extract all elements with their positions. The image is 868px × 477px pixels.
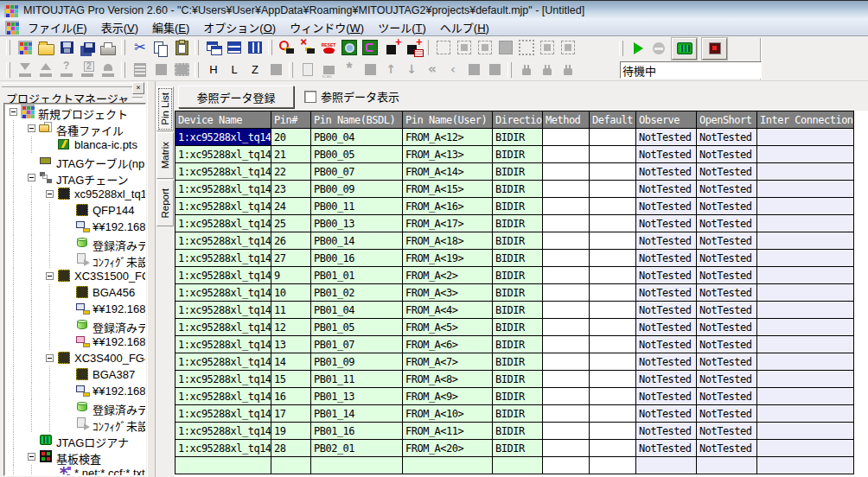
table-cell[interactable]: NotTested (636, 440, 697, 457)
tree-item-label[interactable]: XC3S400_FG456 (74, 352, 146, 365)
menu-option[interactable]: オプション(O) (196, 18, 283, 36)
add-device-button[interactable] (380, 38, 401, 57)
table-cell[interactable]: NotTested (697, 319, 757, 336)
table-cell[interactable]: 23 (271, 181, 311, 198)
select-inner-button[interactable] (454, 38, 475, 57)
table-cell[interactable] (543, 405, 590, 423)
table-cell[interactable]: PB01_13 (311, 388, 403, 405)
table-cell[interactable]: BIDIR (493, 319, 543, 336)
table-cell[interactable] (543, 215, 590, 232)
table-cell[interactable] (757, 284, 854, 302)
table-cell[interactable] (757, 371, 854, 388)
table-cell[interactable] (590, 371, 636, 388)
table-cell[interactable]: NotTested (697, 163, 757, 181)
table-cell[interactable] (543, 146, 590, 163)
select-inner2-button[interactable] (475, 38, 495, 57)
table-cell[interactable]: FROM_A<16> (403, 198, 493, 215)
tree-item[interactable]: 登録済みデバ (4, 317, 145, 334)
tree-item[interactable]: ¥¥192.168.2.1 (4, 334, 145, 350)
mdi-child-icon[interactable] (5, 21, 19, 35)
table-cell[interactable]: 1:xc95288xl_tq144 (176, 388, 271, 405)
table-cell[interactable] (543, 129, 590, 146)
tree-item[interactable]: 基板検査 (4, 448, 145, 465)
table-cell[interactable]: 26 (271, 232, 311, 250)
reference-display-checkbox[interactable] (304, 91, 316, 103)
table-cell[interactable] (543, 457, 590, 474)
table-cell[interactable] (590, 302, 636, 319)
table-cell[interactable]: NotTested (697, 232, 757, 250)
tree-item-label[interactable]: QFP144 (93, 204, 134, 217)
table-cell[interactable] (757, 336, 854, 353)
tree-item-label[interactable]: XC3S1500_FG456 (74, 270, 146, 283)
table-cell[interactable]: FROM_A<10> (403, 405, 493, 423)
table-cell[interactable] (590, 405, 636, 423)
tree-item[interactable]: ¥¥192.168.2.1 (4, 383, 145, 399)
table-cell[interactable]: 1:xc95288xl_tq144 (176, 250, 271, 267)
table-cell[interactable] (757, 250, 854, 267)
cascade-button[interactable] (203, 38, 224, 57)
table-cell[interactable]: 10 (271, 284, 311, 302)
detect-chain-button[interactable] (339, 38, 360, 57)
table-cell[interactable]: 15 (271, 371, 311, 388)
table-cell[interactable]: PB00_04 (311, 129, 403, 146)
table-cell[interactable]: PB00_13 (311, 215, 403, 232)
table-cell[interactable] (757, 405, 854, 423)
table-cell[interactable]: PB00_11 (311, 198, 403, 215)
menu-edit[interactable]: 編集(E) (145, 18, 196, 36)
table-cell[interactable]: BIDIR (493, 440, 543, 457)
table-cell[interactable]: PB01_02 (311, 284, 403, 302)
table-cell[interactable]: BIDIR (493, 250, 543, 267)
table-cell[interactable]: PB00_05 (311, 146, 403, 163)
table-cell[interactable]: PB01_09 (311, 353, 403, 371)
menu-window[interactable]: ウィンドウ(W) (283, 18, 371, 36)
table-cell[interactable] (543, 319, 590, 336)
table-cell[interactable] (757, 440, 854, 457)
table-cell[interactable]: 1:xc95288xl_tq144 (176, 232, 271, 250)
table-cell[interactable]: 1:xc95288xl_tq144 (176, 267, 271, 284)
tree-item[interactable]: JTAGチェーン (4, 169, 145, 186)
tree-item-label[interactable]: xc95288xl_tq144 (74, 188, 146, 200)
table-cell[interactable]: PB02_01 (311, 440, 403, 457)
tree-item[interactable]: 登録済みデバ (4, 399, 145, 416)
table-cell[interactable]: 1:xc95288xl_tq144 (176, 198, 271, 215)
table-cell[interactable]: NotTested (636, 250, 697, 267)
table-cell[interactable] (757, 319, 854, 336)
table-cell[interactable]: PB00_14 (311, 232, 403, 250)
table-cell[interactable] (543, 388, 590, 405)
tree-item[interactable]: ｺﾝﾌｨｸﾞ未設定 (4, 251, 145, 268)
table-cell[interactable]: FROM_A<20> (403, 440, 493, 457)
select-inner4-button[interactable] (558, 38, 578, 57)
paste-button[interactable] (171, 38, 192, 57)
table-cell[interactable]: PB01_14 (311, 405, 403, 423)
table-cell[interactable]: 1:xc95288xl_tq144 (176, 129, 271, 146)
menu-view[interactable]: 表示(V) (94, 18, 145, 36)
table-cell[interactable]: 24 (271, 198, 311, 215)
table-cell[interactable]: NotTested (636, 423, 697, 440)
table-cell[interactable] (543, 284, 590, 302)
tree-expand-box[interactable] (10, 108, 17, 116)
table-cell[interactable]: 28 (271, 440, 311, 457)
table-cell[interactable]: FROM_A<6> (403, 336, 493, 353)
tree-item-label[interactable]: ¥¥192.168.2.1 (93, 220, 146, 233)
table-cell[interactable] (176, 457, 271, 474)
table-cell[interactable]: 1:xc95288xl_tq144 (176, 215, 271, 232)
tree-item-label[interactable]: *.net;*.ccf;*.txt (74, 467, 145, 476)
table-cell[interactable]: 1:xc95288xl_tq144 (176, 146, 271, 163)
table-cell[interactable] (543, 371, 590, 388)
table-cell[interactable]: NotTested (697, 336, 757, 353)
open-folder-button[interactable] (35, 38, 56, 57)
table-cell[interactable] (543, 353, 590, 371)
table-cell[interactable]: FROM_A<7> (403, 353, 493, 371)
tree-item[interactable]: 各種ファイル (4, 120, 145, 137)
table-cell[interactable]: FROM_A<3> (403, 284, 493, 302)
table-cell[interactable]: FROM_A<4> (403, 302, 493, 319)
table-cell[interactable] (590, 129, 636, 146)
table-cell[interactable]: PB00_16 (311, 250, 403, 267)
app-logo-icon[interactable] (4, 3, 18, 17)
tree-item[interactable]: ¥¥192.168.2.1 (4, 301, 145, 317)
table-cell[interactable]: NotTested (636, 405, 697, 423)
table-cell[interactable]: NotTested (697, 129, 757, 146)
table-cell[interactable] (757, 198, 854, 215)
table-cell[interactable] (590, 215, 636, 232)
tab-report[interactable]: Report (156, 180, 174, 226)
